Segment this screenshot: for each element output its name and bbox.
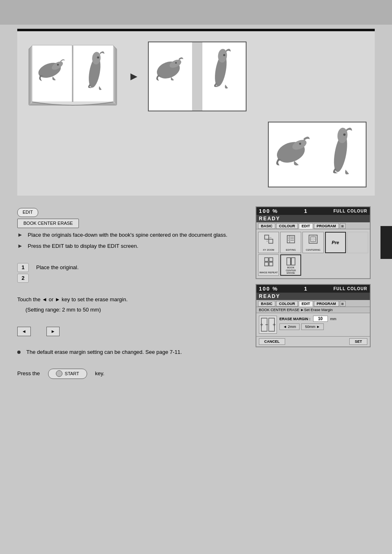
ui-panel2-tabs: BASIC COLOUR EDIT PROGRAM ⊞ xyxy=(256,300,370,307)
btn-xy-zoom-label: XY ZOOM xyxy=(263,249,274,252)
illus-row-top: ► xyxy=(25,39,367,113)
svg-rect-37 xyxy=(287,235,295,243)
erase-margin-value: 10 xyxy=(313,316,328,322)
tab-colour-2[interactable]: COLOUR xyxy=(276,301,298,307)
result-bottom-row xyxy=(25,122,367,187)
image-repeat-icon xyxy=(263,256,274,268)
erase-margin-unit: mm xyxy=(330,317,337,321)
step2-text: Place the originals face-down with the b… xyxy=(28,232,227,238)
stepper-left-btn[interactable]: ◄ xyxy=(17,327,31,337)
book-center-erase-icon xyxy=(285,256,297,266)
svg-point-12 xyxy=(57,64,59,66)
tab-icon-2[interactable]: ⊞ xyxy=(340,301,346,307)
ui-buttons-grid-1: XY ZOOM xyxy=(258,232,368,276)
ui-panel2-ready: READY xyxy=(256,293,370,300)
ui-stepper-left[interactable]: ◄ 2mm xyxy=(279,323,300,330)
step-bar-row: 2 xyxy=(17,274,247,283)
note-row: The default erase margin setting can be … xyxy=(17,348,247,357)
btn-centering-label: CENTERING xyxy=(306,249,320,252)
ui-panel1-copies: 1 xyxy=(304,208,307,214)
top-bar xyxy=(0,0,392,25)
xy-zoom-icon xyxy=(263,233,274,245)
ui-panel2-footer: CANCEL SET xyxy=(256,336,370,346)
ui-panel1-ready: READY xyxy=(256,215,370,222)
btn-pre[interactable]: Pre xyxy=(325,232,346,253)
btn-book-center-erase[interactable]: BOOK CENTER ERASE xyxy=(280,254,301,276)
step3-text: Press the EDIT tab to display the EDIT s… xyxy=(28,243,138,249)
instructions-column: EDIT BOOK CENTER ERASE ► Place the origi… xyxy=(17,206,247,381)
ui-erase-right: ERASE MARGIN : 10 mm ◄ 2mm 50mm ► xyxy=(279,316,367,334)
bullet-dot xyxy=(17,351,21,354)
ui-panel2-header: 100 % 1 FULL COLOUR xyxy=(256,285,370,293)
btn-editing-label: EDITING xyxy=(286,249,296,252)
btn-centering[interactable]: CENTERING xyxy=(302,232,323,253)
erase-icon xyxy=(259,316,277,334)
ui-cancel-btn[interactable]: CANCEL xyxy=(259,338,285,345)
two-column-layout: EDIT BOOK CENTER ERASE ► Place the origi… xyxy=(17,206,375,381)
start-icon xyxy=(56,370,62,377)
svg-point-22 xyxy=(175,62,177,64)
tab-edit-1[interactable]: EDIT xyxy=(299,223,313,229)
ui-panel2-mode: FULL COLOUR xyxy=(334,286,367,291)
step4-detail: (Setting range: 2 mm to 50 mm) xyxy=(25,307,101,313)
btn-image-repeat[interactable]: IMAGE REPEAT xyxy=(258,254,279,276)
svg-rect-17 xyxy=(192,42,202,111)
content-area: EDIT BOOK CENTER ERASE ► Place the origi… xyxy=(17,196,375,387)
step-1-bar[interactable]: BOOK CENTER ERASE xyxy=(17,219,79,229)
ui-panel1-percent: 100 % xyxy=(259,208,278,214)
btn-book-center-erase-label: BOOK CENTER ERASE xyxy=(282,266,300,275)
ui-panel2-copies: 1 xyxy=(304,286,307,292)
ui-stepper-right[interactable]: 50mm ► xyxy=(301,323,323,330)
ui-panel-2: 100 % 1 FULL COLOUR READY BASIC COLOUR E… xyxy=(256,284,371,347)
btn-image-repeat-label: IMAGE REPEAT xyxy=(259,271,278,274)
tab-colour-1[interactable]: COLOUR xyxy=(276,223,298,229)
svg-point-32 xyxy=(343,134,346,136)
ui-erase-body: ERASE MARGIN : 10 mm ◄ 2mm 50mm ► xyxy=(256,313,370,336)
ui-panel2-percent: 100 % xyxy=(259,286,278,292)
svg-rect-48 xyxy=(291,258,295,265)
step3-tri-line: ► Press the EDIT tab to display the EDIT… xyxy=(17,242,247,250)
illustration-box: ► xyxy=(17,31,375,196)
ui-panel1-header: 100 % 1 FULL COLOUR xyxy=(256,207,370,215)
step4-detail-line: (Setting range: 2 mm to 50 mm) xyxy=(25,306,247,314)
ui-panel1-mode: FULL COLOUR xyxy=(334,209,367,213)
start-row: Press the START key. xyxy=(17,369,247,379)
result-top-frame xyxy=(148,42,247,111)
start-button[interactable]: START xyxy=(48,369,87,379)
svg-point-15 xyxy=(97,56,99,58)
svg-point-29 xyxy=(299,143,301,145)
step-1-row: EDIT xyxy=(17,208,247,217)
ui-panels-column: 100 % 1 FULL COLOUR READY BASIC COLOUR E… xyxy=(256,206,375,381)
erase-margin-row: ERASE MARGIN : 10 mm xyxy=(279,316,367,322)
tab-icon-1[interactable]: ⊞ xyxy=(340,223,346,229)
btn-editing[interactable]: EDITING xyxy=(280,232,301,253)
step4-line: Touch the ◄ or ► key to set the erase ma… xyxy=(17,295,247,304)
svg-rect-47 xyxy=(287,258,291,265)
svg-rect-34 xyxy=(269,239,273,243)
tab-program-1[interactable]: PROGRAM xyxy=(314,223,339,229)
ui-panel-1: 100 % 1 FULL COLOUR READY BASIC COLOUR E… xyxy=(256,206,371,279)
result-bottom-frame xyxy=(268,122,367,187)
ui-set-btn[interactable]: SET xyxy=(349,338,367,345)
step-num-1: 1 xyxy=(17,263,29,272)
svg-rect-33 xyxy=(265,235,269,239)
tab-basic-2[interactable]: BASIC xyxy=(258,301,275,307)
stepper-right-btn[interactable]: ► xyxy=(46,327,60,337)
btn-empty-1 xyxy=(347,232,368,253)
page: ► xyxy=(0,0,392,554)
centering-icon xyxy=(307,233,319,245)
tab-basic-1[interactable]: BASIC xyxy=(258,223,275,229)
step-oval-row: 1 Place the original. xyxy=(17,263,247,272)
stepper-row: ◄ ► xyxy=(17,327,247,337)
step-1-button[interactable]: EDIT xyxy=(17,208,38,217)
step3-tri: ► xyxy=(17,242,23,250)
tab-program-2[interactable]: PROGRAM xyxy=(314,301,339,307)
ui-panel1-tabs: BASIC COLOUR EDIT PROGRAM ⊞ xyxy=(256,222,370,229)
btn-xy-zoom[interactable]: XY ZOOM xyxy=(258,232,279,253)
stepper-row-ui: ◄ 2mm 50mm ► xyxy=(279,323,367,330)
step-num-2: 2 xyxy=(17,274,29,283)
step4-text: Touch the ◄ or ► key to set the erase ma… xyxy=(17,296,128,302)
ui-panel1-body: XY ZOOM xyxy=(256,229,370,278)
tab-edit-2[interactable]: EDIT xyxy=(299,301,313,307)
svg-rect-46 xyxy=(269,262,273,266)
